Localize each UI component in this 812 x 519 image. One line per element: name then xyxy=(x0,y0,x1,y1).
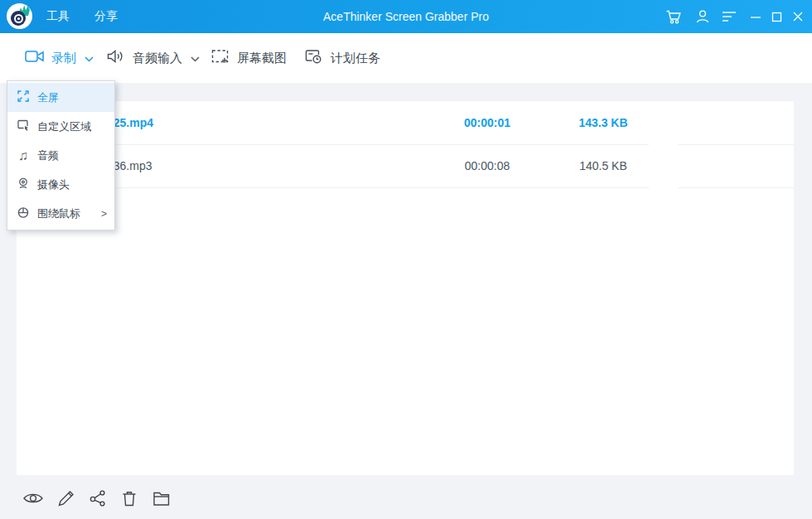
file-duration: 00:00:01 xyxy=(446,101,529,144)
maximize-icon[interactable] xyxy=(771,0,782,33)
record-dropdown-menu: 全屏 自定义区域 ♫ 音频 摄像头 xyxy=(7,80,115,230)
delete-button[interactable] xyxy=(116,487,143,513)
open-folder-button[interactable] xyxy=(147,487,174,513)
file-list-panel: 325.mp4 00:00:01 143.3 KB 736.mp3 00:00:… xyxy=(17,101,794,475)
task-schedule-icon xyxy=(305,48,324,68)
record-button[interactable]: 录制 xyxy=(25,33,94,83)
speaker-icon xyxy=(106,48,126,68)
window-title: AceThinker Screen Grabber Pro xyxy=(323,0,489,33)
trash-icon xyxy=(120,489,138,511)
title-bar: 工具 分享 AceThinker Screen Grabber Pro xyxy=(0,0,812,33)
menu-item-label: 摄像头 xyxy=(37,177,70,192)
main-toolbar: 录制 音频输入 xyxy=(0,33,812,83)
share-button[interactable] xyxy=(85,487,111,513)
menu-share[interactable]: 分享 xyxy=(91,7,121,26)
menu-item-label: 围绕鼠标 xyxy=(37,206,80,221)
screenshot-button[interactable]: 屏幕截图 xyxy=(211,33,287,83)
menu-item-label: 音频 xyxy=(37,148,59,163)
webcam-icon xyxy=(17,177,30,192)
footer-toolbar xyxy=(0,475,812,519)
app-window: 工具 分享 AceThinker Screen Grabber Pro xyxy=(0,0,812,519)
menu-item-webcam[interactable]: 摄像头 xyxy=(7,170,114,199)
task-schedule-button[interactable]: 计划任务 xyxy=(305,33,380,83)
schedule-label: 计划任务 xyxy=(331,51,380,66)
submenu-arrow-icon: > xyxy=(101,208,107,220)
chevron-down-icon xyxy=(191,51,200,65)
minimize-icon[interactable] xyxy=(750,0,761,33)
menu-item-label: 全屏 xyxy=(37,90,59,105)
window-actions xyxy=(665,0,804,33)
audio-input-label: 音频输入 xyxy=(133,51,182,66)
edit-button[interactable] xyxy=(53,487,80,513)
menu-item-around-mouse[interactable]: 围绕鼠标 > xyxy=(7,199,114,228)
file-size: 140.5 KB xyxy=(562,144,645,187)
file-size: 143.3 KB xyxy=(562,101,645,144)
file-duration: 00:00:08 xyxy=(446,144,529,187)
audio-input-button[interactable]: 音频输入 xyxy=(106,33,200,83)
menu-item-audio[interactable]: ♫ 音频 xyxy=(7,141,114,170)
titlebar-menu: 工具 分享 xyxy=(43,7,121,26)
mouse-icon xyxy=(17,206,30,221)
share-icon xyxy=(89,489,107,511)
chevron-down-icon xyxy=(85,51,94,65)
pencil-icon xyxy=(57,489,75,511)
preview-button[interactable] xyxy=(20,487,46,513)
capture-region-icon xyxy=(211,48,230,68)
close-icon[interactable] xyxy=(792,0,804,33)
menu-item-fullscreen[interactable]: 全屏 xyxy=(7,83,114,112)
music-note-icon: ♫ xyxy=(17,149,30,162)
video-camera-icon xyxy=(25,48,45,68)
fullscreen-icon xyxy=(17,90,30,105)
menu-tools[interactable]: 工具 xyxy=(43,7,73,26)
app-logo-icon xyxy=(7,3,32,29)
folder-icon xyxy=(152,489,171,511)
eye-icon xyxy=(22,490,44,510)
record-label: 录制 xyxy=(51,51,76,66)
menu-item-label: 自定义区域 xyxy=(37,119,91,134)
user-icon[interactable] xyxy=(694,0,711,33)
menu-icon[interactable] xyxy=(722,0,737,33)
screenshot-label: 屏幕截图 xyxy=(237,51,287,66)
custom-region-icon xyxy=(17,119,30,134)
menu-item-custom-region[interactable]: 自定义区域 xyxy=(7,112,114,141)
whiteout-overlay xyxy=(649,101,678,197)
cart-icon[interactable] xyxy=(665,0,684,33)
